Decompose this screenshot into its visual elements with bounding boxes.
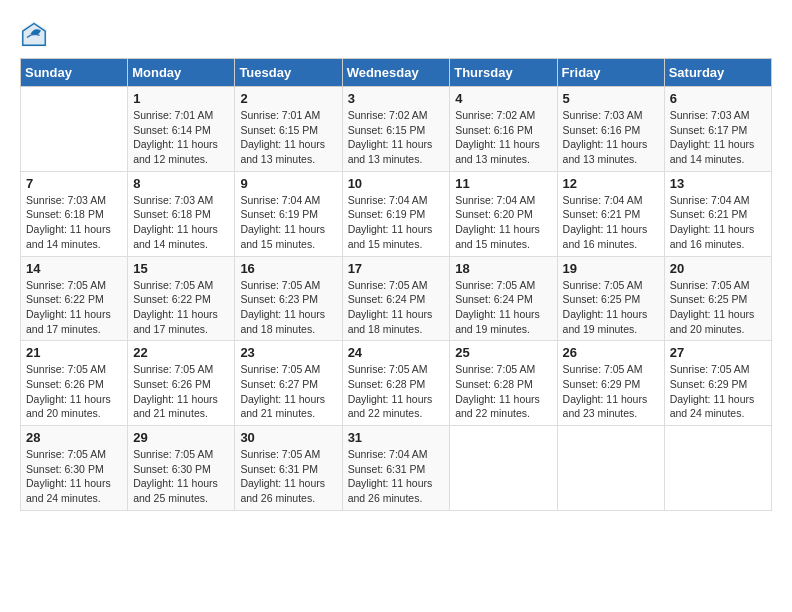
calendar-cell: 2Sunrise: 7:01 AMSunset: 6:15 PMDaylight… — [235, 87, 342, 172]
calendar-cell: 13Sunrise: 7:04 AMSunset: 6:21 PMDayligh… — [664, 171, 771, 256]
day-number: 20 — [670, 261, 766, 276]
day-number: 19 — [563, 261, 659, 276]
calendar-cell: 19Sunrise: 7:05 AMSunset: 6:25 PMDayligh… — [557, 256, 664, 341]
page-header — [20, 20, 772, 48]
day-info: Sunrise: 7:05 AMSunset: 6:23 PMDaylight:… — [240, 278, 336, 337]
day-info: Sunrise: 7:05 AMSunset: 6:22 PMDaylight:… — [26, 278, 122, 337]
day-info: Sunrise: 7:02 AMSunset: 6:16 PMDaylight:… — [455, 108, 551, 167]
day-info: Sunrise: 7:05 AMSunset: 6:22 PMDaylight:… — [133, 278, 229, 337]
calendar-cell: 17Sunrise: 7:05 AMSunset: 6:24 PMDayligh… — [342, 256, 450, 341]
day-number: 26 — [563, 345, 659, 360]
calendar-cell: 8Sunrise: 7:03 AMSunset: 6:18 PMDaylight… — [128, 171, 235, 256]
day-number: 30 — [240, 430, 336, 445]
calendar-cell — [664, 426, 771, 511]
calendar-cell: 12Sunrise: 7:04 AMSunset: 6:21 PMDayligh… — [557, 171, 664, 256]
day-number: 6 — [670, 91, 766, 106]
day-number: 22 — [133, 345, 229, 360]
day-number: 12 — [563, 176, 659, 191]
day-info: Sunrise: 7:05 AMSunset: 6:25 PMDaylight:… — [563, 278, 659, 337]
col-header-wednesday: Wednesday — [342, 59, 450, 87]
day-info: Sunrise: 7:03 AMSunset: 6:18 PMDaylight:… — [26, 193, 122, 252]
calendar-header-row: SundayMondayTuesdayWednesdayThursdayFrid… — [21, 59, 772, 87]
day-number: 11 — [455, 176, 551, 191]
calendar-cell: 21Sunrise: 7:05 AMSunset: 6:26 PMDayligh… — [21, 341, 128, 426]
calendar-cell: 4Sunrise: 7:02 AMSunset: 6:16 PMDaylight… — [450, 87, 557, 172]
day-number: 7 — [26, 176, 122, 191]
day-info: Sunrise: 7:05 AMSunset: 6:31 PMDaylight:… — [240, 447, 336, 506]
day-number: 3 — [348, 91, 445, 106]
calendar-cell: 26Sunrise: 7:05 AMSunset: 6:29 PMDayligh… — [557, 341, 664, 426]
calendar-cell: 7Sunrise: 7:03 AMSunset: 6:18 PMDaylight… — [21, 171, 128, 256]
day-info: Sunrise: 7:03 AMSunset: 6:18 PMDaylight:… — [133, 193, 229, 252]
calendar-cell: 25Sunrise: 7:05 AMSunset: 6:28 PMDayligh… — [450, 341, 557, 426]
day-number: 25 — [455, 345, 551, 360]
col-header-tuesday: Tuesday — [235, 59, 342, 87]
col-header-thursday: Thursday — [450, 59, 557, 87]
day-info: Sunrise: 7:05 AMSunset: 6:29 PMDaylight:… — [563, 362, 659, 421]
day-info: Sunrise: 7:01 AMSunset: 6:15 PMDaylight:… — [240, 108, 336, 167]
day-info: Sunrise: 7:05 AMSunset: 6:26 PMDaylight:… — [26, 362, 122, 421]
day-number: 31 — [348, 430, 445, 445]
calendar-cell: 15Sunrise: 7:05 AMSunset: 6:22 PMDayligh… — [128, 256, 235, 341]
day-number: 10 — [348, 176, 445, 191]
calendar-cell: 14Sunrise: 7:05 AMSunset: 6:22 PMDayligh… — [21, 256, 128, 341]
day-number: 17 — [348, 261, 445, 276]
day-number: 5 — [563, 91, 659, 106]
day-info: Sunrise: 7:05 AMSunset: 6:25 PMDaylight:… — [670, 278, 766, 337]
day-number: 14 — [26, 261, 122, 276]
calendar-cell: 1Sunrise: 7:01 AMSunset: 6:14 PMDaylight… — [128, 87, 235, 172]
day-info: Sunrise: 7:04 AMSunset: 6:21 PMDaylight:… — [563, 193, 659, 252]
day-info: Sunrise: 7:05 AMSunset: 6:29 PMDaylight:… — [670, 362, 766, 421]
day-number: 28 — [26, 430, 122, 445]
day-info: Sunrise: 7:05 AMSunset: 6:30 PMDaylight:… — [133, 447, 229, 506]
calendar-cell: 27Sunrise: 7:05 AMSunset: 6:29 PMDayligh… — [664, 341, 771, 426]
calendar-table: SundayMondayTuesdayWednesdayThursdayFrid… — [20, 58, 772, 511]
calendar-cell: 28Sunrise: 7:05 AMSunset: 6:30 PMDayligh… — [21, 426, 128, 511]
logo — [20, 20, 52, 48]
calendar-cell: 18Sunrise: 7:05 AMSunset: 6:24 PMDayligh… — [450, 256, 557, 341]
calendar-cell: 11Sunrise: 7:04 AMSunset: 6:20 PMDayligh… — [450, 171, 557, 256]
day-number: 2 — [240, 91, 336, 106]
day-info: Sunrise: 7:05 AMSunset: 6:28 PMDaylight:… — [455, 362, 551, 421]
day-info: Sunrise: 7:05 AMSunset: 6:27 PMDaylight:… — [240, 362, 336, 421]
day-number: 27 — [670, 345, 766, 360]
day-number: 21 — [26, 345, 122, 360]
calendar-cell: 23Sunrise: 7:05 AMSunset: 6:27 PMDayligh… — [235, 341, 342, 426]
col-header-sunday: Sunday — [21, 59, 128, 87]
calendar-cell — [450, 426, 557, 511]
day-info: Sunrise: 7:05 AMSunset: 6:28 PMDaylight:… — [348, 362, 445, 421]
day-info: Sunrise: 7:04 AMSunset: 6:19 PMDaylight:… — [240, 193, 336, 252]
week-row-3: 14Sunrise: 7:05 AMSunset: 6:22 PMDayligh… — [21, 256, 772, 341]
calendar-cell: 22Sunrise: 7:05 AMSunset: 6:26 PMDayligh… — [128, 341, 235, 426]
logo-icon — [20, 20, 48, 48]
day-number: 1 — [133, 91, 229, 106]
day-number: 29 — [133, 430, 229, 445]
day-info: Sunrise: 7:05 AMSunset: 6:26 PMDaylight:… — [133, 362, 229, 421]
day-info: Sunrise: 7:04 AMSunset: 6:20 PMDaylight:… — [455, 193, 551, 252]
week-row-1: 1Sunrise: 7:01 AMSunset: 6:14 PMDaylight… — [21, 87, 772, 172]
col-header-friday: Friday — [557, 59, 664, 87]
week-row-2: 7Sunrise: 7:03 AMSunset: 6:18 PMDaylight… — [21, 171, 772, 256]
day-info: Sunrise: 7:02 AMSunset: 6:15 PMDaylight:… — [348, 108, 445, 167]
week-row-4: 21Sunrise: 7:05 AMSunset: 6:26 PMDayligh… — [21, 341, 772, 426]
day-info: Sunrise: 7:04 AMSunset: 6:31 PMDaylight:… — [348, 447, 445, 506]
calendar-cell: 9Sunrise: 7:04 AMSunset: 6:19 PMDaylight… — [235, 171, 342, 256]
day-info: Sunrise: 7:04 AMSunset: 6:21 PMDaylight:… — [670, 193, 766, 252]
day-number: 16 — [240, 261, 336, 276]
day-info: Sunrise: 7:04 AMSunset: 6:19 PMDaylight:… — [348, 193, 445, 252]
day-info: Sunrise: 7:05 AMSunset: 6:30 PMDaylight:… — [26, 447, 122, 506]
calendar-cell: 24Sunrise: 7:05 AMSunset: 6:28 PMDayligh… — [342, 341, 450, 426]
calendar-cell: 6Sunrise: 7:03 AMSunset: 6:17 PMDaylight… — [664, 87, 771, 172]
calendar-cell: 5Sunrise: 7:03 AMSunset: 6:16 PMDaylight… — [557, 87, 664, 172]
day-number: 15 — [133, 261, 229, 276]
day-number: 9 — [240, 176, 336, 191]
day-info: Sunrise: 7:03 AMSunset: 6:16 PMDaylight:… — [563, 108, 659, 167]
col-header-monday: Monday — [128, 59, 235, 87]
day-info: Sunrise: 7:05 AMSunset: 6:24 PMDaylight:… — [455, 278, 551, 337]
calendar-cell — [557, 426, 664, 511]
calendar-cell: 20Sunrise: 7:05 AMSunset: 6:25 PMDayligh… — [664, 256, 771, 341]
week-row-5: 28Sunrise: 7:05 AMSunset: 6:30 PMDayligh… — [21, 426, 772, 511]
day-number: 13 — [670, 176, 766, 191]
calendar-cell — [21, 87, 128, 172]
day-number: 18 — [455, 261, 551, 276]
